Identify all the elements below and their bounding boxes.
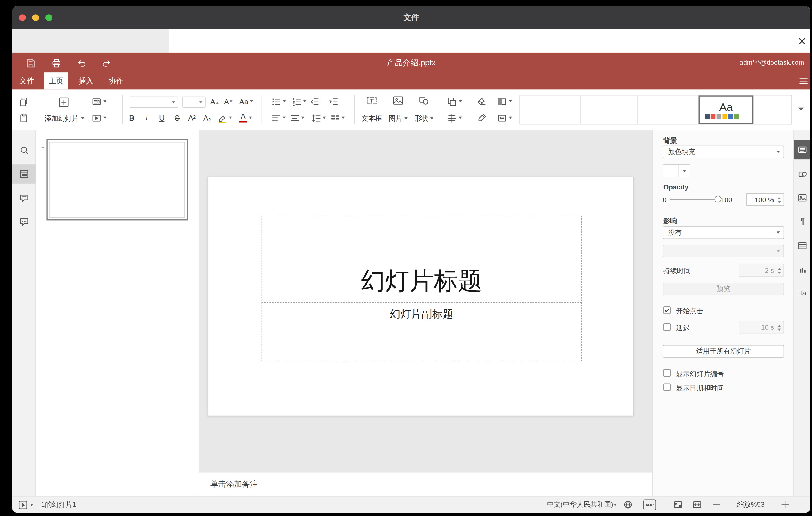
change-case-button[interactable]: Aa (236, 96, 256, 107)
textart-settings-button[interactable]: Ta (794, 283, 810, 303)
slides-panel-button[interactable] (12, 165, 36, 183)
apply-to-all-slides-button[interactable]: 适用于所有幻灯片 (663, 345, 784, 358)
paste-button[interactable] (19, 113, 29, 123)
shape-settings-button[interactable] (794, 165, 810, 183)
menu-button[interactable] (798, 75, 810, 87)
opacity-slider-track[interactable] (670, 199, 718, 200)
background-fill-select[interactable]: 颜色填充 (663, 146, 784, 158)
start-on-click-checkbox[interactable] (663, 307, 671, 314)
font-size-combo[interactable] (182, 96, 205, 108)
delay-spinner[interactable]: 10 s (738, 321, 784, 333)
font-name-combo[interactable] (129, 96, 178, 108)
insert-textbox-label[interactable]: 文本框 (356, 114, 388, 123)
close-dialog-button[interactable] (795, 34, 810, 49)
chevron-down-icon[interactable] (614, 504, 617, 507)
start-preview-button[interactable] (17, 500, 28, 510)
effect-select[interactable]: 没有 (663, 226, 784, 239)
chevron-down-icon[interactable] (459, 100, 462, 104)
chevron-down-icon[interactable] (103, 117, 107, 120)
spinner-arrows[interactable] (778, 323, 781, 333)
effect-type-select[interactable] (663, 245, 784, 257)
theme-gallery-expand-button[interactable] (796, 104, 806, 115)
font-color-button[interactable]: A (237, 112, 249, 122)
chevron-down-icon[interactable] (30, 504, 33, 507)
numbered-list-button[interactable] (292, 96, 302, 107)
underline-button[interactable]: U (156, 113, 168, 123)
insert-image-button[interactable] (392, 94, 404, 107)
language-selector[interactable]: 中文(中华人民共和国) (547, 496, 613, 513)
increase-indent-button[interactable] (328, 96, 339, 107)
background-color-picker[interactable] (663, 165, 690, 177)
duration-spinner[interactable]: 2 s (738, 264, 784, 277)
superscript-button[interactable]: A² (186, 113, 198, 123)
chevron-down-icon[interactable] (229, 117, 232, 120)
maximize-traffic-light[interactable] (45, 14, 52, 21)
arrange-shape-button[interactable] (447, 96, 457, 107)
decrease-font-button[interactable]: A (222, 96, 235, 107)
show-date-time-checkbox[interactable] (663, 383, 671, 391)
chevron-down-icon[interactable] (283, 117, 286, 120)
copy-button[interactable] (19, 96, 29, 107)
slide-editing-area[interactable]: 幻灯片标题 幻灯片副标题 (208, 177, 634, 416)
chevron-down-icon[interactable] (249, 117, 252, 120)
document-language-button[interactable] (622, 500, 633, 510)
chevron-down-icon[interactable] (323, 117, 326, 120)
color-scheme-button[interactable] (497, 96, 507, 107)
notes-area[interactable]: 单击添加备注 (199, 472, 652, 496)
image-settings-button[interactable] (794, 188, 810, 207)
chevron-down-icon[interactable] (283, 100, 286, 104)
subtitle-placeholder[interactable]: 幻灯片副标题 (262, 302, 582, 361)
insert-shape-button[interactable] (418, 94, 430, 107)
clear-style-button[interactable] (476, 96, 487, 107)
chevron-down-icon[interactable] (303, 100, 306, 104)
close-traffic-light[interactable] (19, 14, 26, 21)
slide-layout-button[interactable] (91, 96, 102, 107)
chevron-down-icon[interactable] (103, 100, 107, 104)
horizontal-align-button[interactable] (271, 113, 281, 123)
show-slide-number-checkbox[interactable] (663, 369, 671, 376)
title-placeholder[interactable]: 幻灯片标题 (262, 216, 582, 301)
align-shape-button[interactable] (447, 113, 457, 123)
tab-collaboration[interactable]: 协作 (104, 72, 128, 89)
theme-item[interactable] (754, 95, 792, 124)
chevron-down-icon[interactable] (509, 100, 512, 104)
comments-button[interactable] (12, 189, 36, 208)
delay-checkbox[interactable] (663, 323, 671, 331)
slide-settings-button[interactable] (794, 140, 810, 160)
line-spacing-button[interactable] (311, 113, 321, 123)
theme-item[interactable] (638, 95, 698, 124)
zoom-out-button[interactable] (712, 500, 722, 510)
insert-shape-label[interactable]: 形状 (410, 114, 438, 123)
add-slide-label-button[interactable]: 添加幻灯片 (42, 114, 87, 123)
columns-button[interactable] (330, 113, 341, 123)
italic-button[interactable]: I (141, 113, 152, 123)
zoom-in-button[interactable] (780, 500, 790, 510)
theme-item[interactable] (520, 95, 580, 124)
preview-button[interactable]: 预览 (663, 283, 784, 295)
opacity-spinner[interactable]: 100 % (746, 193, 784, 206)
chevron-down-icon[interactable] (301, 117, 304, 120)
copy-style-button[interactable] (476, 113, 487, 123)
increase-font-button[interactable]: A (208, 96, 221, 107)
highlight-color-button[interactable] (217, 113, 228, 123)
spinner-arrows[interactable] (778, 196, 781, 205)
tab-home[interactable]: 主页 (45, 72, 68, 89)
tab-insert[interactable]: 插入 (74, 72, 98, 89)
vertical-align-button[interactable] (289, 113, 300, 123)
chevron-down-icon[interactable] (459, 117, 462, 120)
tab-file[interactable]: 文件 (16, 72, 38, 89)
minimize-traffic-light[interactable] (32, 14, 39, 21)
chevron-down-icon[interactable] (509, 117, 512, 120)
decrease-indent-button[interactable] (310, 96, 320, 107)
search-button[interactable] (12, 141, 36, 160)
subscript-button[interactable]: A₂ (201, 113, 213, 123)
insert-textbox-button[interactable] (365, 94, 378, 107)
bold-button[interactable]: B (126, 113, 138, 123)
chevron-down-icon[interactable] (342, 117, 345, 120)
slide-thumbnail-1[interactable] (46, 139, 187, 220)
chart-settings-button[interactable] (794, 260, 810, 279)
spinner-arrows[interactable] (778, 266, 781, 275)
insert-image-label[interactable]: 图片 (384, 114, 412, 123)
bullet-list-button[interactable] (271, 96, 281, 107)
fit-to-width-button[interactable] (692, 500, 702, 510)
